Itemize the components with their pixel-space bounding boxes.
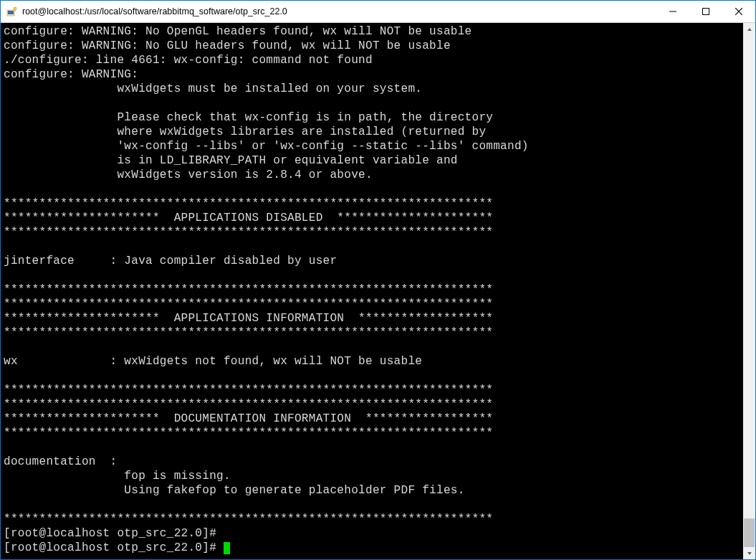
putty-icon	[6, 6, 18, 17]
svg-point-2	[14, 7, 16, 10]
window-title: root@localhost:/usr/local/software/rabbi…	[22, 6, 656, 16]
svg-rect-5	[703, 9, 709, 15]
scroll-track[interactable]	[743, 35, 755, 547]
terminal-output[interactable]: configure: WARNING: No OpenGL headers fo…	[1, 23, 743, 559]
window-controls	[656, 1, 755, 22]
maximize-button[interactable]	[689, 1, 722, 22]
svg-marker-9	[747, 552, 752, 555]
close-button[interactable]	[722, 1, 755, 22]
terminal-area: configure: WARNING: No OpenGL headers fo…	[1, 23, 755, 559]
scroll-thumb[interactable]	[744, 518, 755, 547]
scroll-down-arrow-icon[interactable]	[743, 547, 755, 559]
vertical-scrollbar[interactable]	[743, 23, 755, 559]
terminal-cursor	[224, 542, 230, 554]
scroll-up-arrow-icon[interactable]	[743, 23, 755, 35]
svg-marker-8	[747, 28, 752, 31]
minimize-button[interactable]	[656, 1, 689, 22]
titlebar[interactable]: root@localhost:/usr/local/software/rabbi…	[1, 1, 755, 23]
svg-rect-1	[8, 11, 14, 14]
